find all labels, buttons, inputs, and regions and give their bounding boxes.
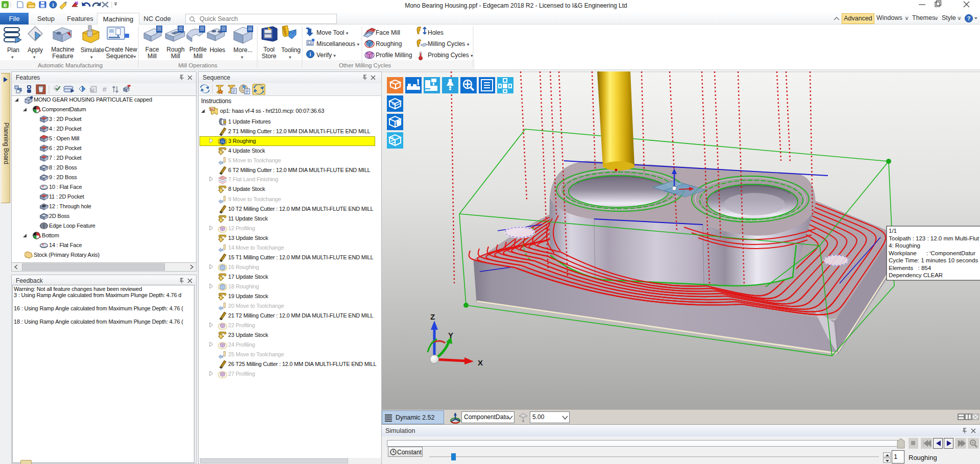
svg-text:NC: NC: [210, 107, 214, 111]
svg-text:Y: Y: [448, 331, 453, 339]
svg-text:1/1: 1/1: [889, 228, 897, 234]
svg-text:Workplane : ʹComponentDat: Workplane : ʹComponentDatur: [889, 250, 975, 256]
svg-text:X: X: [478, 358, 483, 367]
svg-text:Z: Z: [430, 312, 435, 321]
svg-text:i: i: [310, 52, 311, 57]
svg-text:Elements : 854: Elements : 854: [889, 265, 932, 271]
svg-text:Cycle Time: 1 minutes 10 secon: Cycle Time: 1 minutes 10 seconds: [889, 257, 978, 263]
svg-text:Dependency CLEAR: Dependency CLEAR: [889, 272, 943, 278]
svg-text:4: Roughing: 4: Roughing: [889, 242, 920, 249]
svg-text:?: ?: [967, 15, 971, 21]
svg-text:#: #: [103, 85, 107, 93]
svg-text:Toolpath : 123 : 12.0 mm Multi: Toolpath : 123 : 12.0 mm Multi-Flut: [889, 235, 979, 241]
svg-text:e: e: [4, 2, 7, 9]
